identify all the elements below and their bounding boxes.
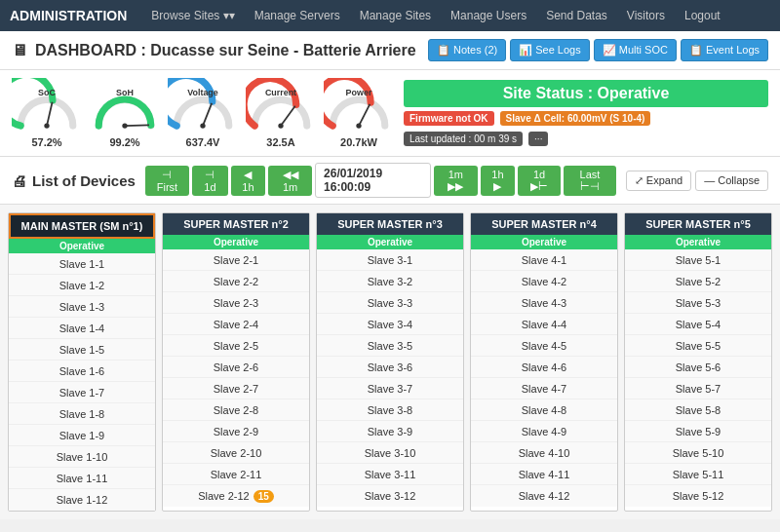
slave-row[interactable]: Slave 1-9: [9, 425, 155, 446]
slave-row[interactable]: Slave 2-4: [163, 314, 309, 335]
slave-row[interactable]: Slave 3-10: [317, 442, 463, 464]
slave-row[interactable]: Slave 1-4: [9, 318, 155, 339]
slave-row[interactable]: Slave 1-7: [9, 382, 155, 403]
slave-row[interactable]: Slave 3-6: [317, 357, 463, 378]
nav-btn-1d---[interactable]: 1d ▶⊢: [518, 166, 561, 196]
slave-row[interactable]: Slave 3-4: [317, 314, 463, 335]
nav-btn-1m---[interactable]: 1m ▶▶: [434, 166, 478, 196]
nav-btn---1d[interactable]: ⊣ 1d: [192, 166, 228, 196]
slave-row[interactable]: Slave 3-2: [317, 271, 463, 292]
device-column-header-3[interactable]: SUPER MASTER n°4: [471, 213, 617, 235]
svg-text:SoC: SoC: [38, 88, 56, 97]
slave-row[interactable]: Slave 2-10: [163, 442, 309, 464]
collapse-button[interactable]: — Collapse: [695, 171, 768, 191]
header-btn-multi-soc[interactable]: 📈 Multi SOC: [594, 39, 677, 61]
slave-row[interactable]: Slave 2-2: [163, 271, 309, 292]
slave-row[interactable]: Slave 2-1: [163, 249, 309, 271]
nav-item-manage-servers[interactable]: Manage Servers: [245, 0, 350, 31]
nav-btn-1h--[interactable]: 1h ▶: [481, 166, 515, 196]
devices-title: 🖨 List of Devices: [12, 172, 136, 189]
slave-row[interactable]: Slave 4-3: [471, 292, 617, 314]
slave-row[interactable]: Slave 2-5: [163, 335, 309, 357]
slave-row[interactable]: Slave 3-1: [317, 249, 463, 271]
slave-row[interactable]: Slave 2-7: [163, 378, 309, 399]
slave-row[interactable]: Slave 4-5: [471, 335, 617, 357]
slave-row[interactable]: Slave 3-3: [317, 292, 463, 314]
view-controls: ⤢ Expand — Collapse: [626, 171, 768, 191]
slave-alert-badge: 15: [254, 490, 274, 503]
nav-btn---1h[interactable]: ◀ 1h: [231, 166, 265, 196]
header-btn-see-logs[interactable]: 📊 See Logs: [510, 39, 590, 61]
slave-row[interactable]: Slave 1-6: [9, 361, 155, 382]
nav-item-send-datas[interactable]: Send Datas: [536, 0, 617, 31]
slave-row[interactable]: Slave 1-10: [9, 446, 155, 468]
nav-item-browse-sites[interactable]: Browse Sites ▾: [141, 0, 244, 31]
slave-row[interactable]: Slave 4-1: [471, 249, 617, 271]
slave-row[interactable]: Slave 1-5: [9, 339, 155, 361]
nav-btn----1m[interactable]: ◀◀ 1m: [268, 166, 312, 196]
slave-row[interactable]: Slave 1-11: [9, 468, 155, 489]
page-title: 🖥 DASHBOARD : Ducasse sur Seine - Batter…: [12, 42, 416, 59]
slave-row[interactable]: Slave 4-4: [471, 314, 617, 335]
slave-row[interactable]: Slave 3-8: [317, 399, 463, 421]
slave-row[interactable]: Slave 3-11: [317, 464, 463, 485]
nav-btn---first[interactable]: ⊣ First: [145, 166, 189, 196]
slave-row[interactable]: Slave 5-5: [625, 335, 771, 357]
slave-row[interactable]: Slave 5-9: [625, 421, 771, 442]
svg-line-0: [47, 102, 53, 126]
slave-row[interactable]: Slave 2-6: [163, 357, 309, 378]
slave-row[interactable]: Slave 4-12: [471, 485, 617, 507]
slave-row[interactable]: Slave 5-10: [625, 442, 771, 464]
slave-row[interactable]: Slave 2-8: [163, 399, 309, 421]
slave-row[interactable]: Slave 2-3: [163, 292, 309, 314]
slave-row[interactable]: Slave 1-12: [9, 489, 155, 511]
dashboard-icon: 🖥: [12, 42, 27, 59]
device-column-1: SUPER MASTER n°2OperativeSlave 2-1Slave …: [162, 212, 310, 512]
slave-row[interactable]: Slave 4-9: [471, 421, 617, 442]
device-column-header-4[interactable]: SUPER MASTER n°5: [625, 213, 771, 235]
more-options-button[interactable]: ···: [528, 132, 548, 146]
device-column-header-0[interactable]: MAIN MASTER (SM n°1): [9, 213, 155, 239]
slave-row[interactable]: Slave 5-6: [625, 357, 771, 378]
header-buttons: 📋 Notes (2)📊 See Logs📈 Multi SOC📋 Event …: [428, 39, 768, 61]
slave-row[interactable]: Slave 4-6: [471, 357, 617, 378]
device-column-0: MAIN MASTER (SM n°1)OperativeSlave 1-1Sl…: [8, 212, 156, 512]
nav-item-manage-sites[interactable]: Manage Sites: [350, 0, 441, 31]
nav-item-manage-users[interactable]: Manage Users: [441, 0, 536, 31]
slave-row[interactable]: Slave 3-5: [317, 335, 463, 357]
slave-row[interactable]: Slave 5-4: [625, 314, 771, 335]
slave-row[interactable]: Slave 4-7: [471, 378, 617, 399]
slave-row[interactable]: Slave 2-9: [163, 421, 309, 442]
slave-row[interactable]: Slave 1-2: [9, 275, 155, 296]
slave-row[interactable]: Slave 1-3: [9, 296, 155, 318]
slave-row[interactable]: Slave 3-12: [317, 485, 463, 507]
slave-row[interactable]: Slave 4-2: [471, 271, 617, 292]
slave-row[interactable]: Slave 5-7: [625, 378, 771, 399]
slave-row[interactable]: Slave 3-7: [317, 378, 463, 399]
nav-btn-last---[interactable]: Last ⊢⊣: [564, 166, 616, 196]
soc-gauge-svg: SoC: [12, 78, 82, 134]
slave-row[interactable]: Slave 1-1: [9, 253, 155, 275]
slave-row[interactable]: Slave 4-8: [471, 399, 617, 421]
slave-row[interactable]: Slave 2-11: [163, 464, 309, 485]
device-column-header-1[interactable]: SUPER MASTER n°2: [163, 213, 309, 235]
header-btn-notes-2[interactable]: 📋 Notes (2): [428, 39, 506, 61]
slave-row[interactable]: Slave 3-9: [317, 421, 463, 442]
status-section: SoC57.2%SoH99.2%Voltage637.4VCurrent32.5…: [0, 70, 780, 157]
slave-row[interactable]: Slave 4-11: [471, 464, 617, 485]
slave-row[interactable]: Slave 5-1: [625, 249, 771, 271]
slave-row[interactable]: Slave 5-2: [625, 271, 771, 292]
header-btn-event-logs[interactable]: 📋 Event Logs: [681, 39, 768, 61]
slave-row[interactable]: Slave 5-8: [625, 399, 771, 421]
slave-row[interactable]: Slave 5-3: [625, 292, 771, 314]
expand-button[interactable]: ⤢ Expand: [626, 171, 691, 191]
slave-row[interactable]: Slave 1-8: [9, 403, 155, 425]
slave-row[interactable]: Slave 4-10: [471, 442, 617, 464]
slave-row[interactable]: Slave 5-12: [625, 485, 771, 507]
slave-row[interactable]: Slave 5-11: [625, 464, 771, 485]
nav-item-logout[interactable]: Logout: [675, 0, 730, 31]
slave-row[interactable]: Slave 2-1215: [163, 485, 309, 507]
nav-item-visitors[interactable]: Visitors: [617, 0, 675, 31]
device-column-header-2[interactable]: SUPER MASTER n°3: [317, 213, 463, 235]
page-header: 🖥 DASHBOARD : Ducasse sur Seine - Batter…: [0, 31, 780, 70]
